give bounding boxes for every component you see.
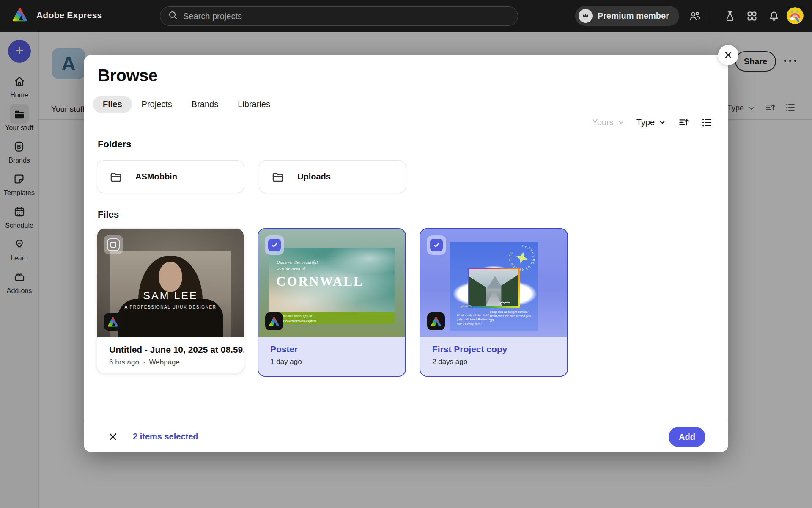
bird-icon — [499, 300, 510, 305]
adobe-express-logo-icon — [12, 7, 28, 23]
search-bar[interactable] — [160, 6, 518, 26]
inset-photo — [468, 268, 520, 308]
topbar: Adobe Express Premium member — [0, 0, 812, 32]
user-avatar[interactable] — [787, 7, 804, 24]
list-view-icon — [701, 117, 713, 128]
selection-bar: 2 items selected Add — [84, 421, 728, 452]
topbar-divider — [709, 10, 709, 22]
labs-flask-icon[interactable] — [721, 8, 738, 25]
folder-name: Uploads — [297, 172, 331, 182]
chevron-down-icon — [658, 119, 666, 126]
check-icon — [433, 241, 440, 249]
express-logo-icon — [427, 312, 445, 330]
adobe-express-screen: Adobe Express Premium member — [0, 0, 812, 508]
app-name: Adobe Express — [36, 10, 102, 20]
apps-grid-icon[interactable] — [743, 8, 760, 25]
premium-label: Premium member — [598, 11, 669, 21]
file-meta: 1 day ago — [270, 358, 393, 366]
file-checkbox-checked[interactable] — [427, 235, 446, 255]
folder-icon — [270, 169, 285, 185]
file-title: Untitled - June 10, 2025 at 08.59.59 — [109, 345, 232, 355]
file-meta: 6 hrs ago·Webpage — [109, 358, 232, 367]
file-thumbnail: Discover the beautiful seaside town of C… — [258, 229, 405, 337]
folder-icon — [108, 169, 123, 185]
search-input[interactable] — [183, 11, 513, 21]
file-card-untitled-webpage[interactable]: SAM LEE A PROFESSIONAL UI/UX DESIGNER Un… — [97, 228, 244, 373]
file-card-first-project-copy[interactable]: FEATHERS BENEATH THE What shade of blue … — [420, 228, 568, 377]
folders-row: ASMobbin Uploads — [97, 160, 406, 193]
clear-selection-button[interactable] — [107, 431, 119, 443]
file-thumbnail: SAM LEE A PROFESSIONAL UI/UX DESIGNER — [97, 229, 244, 337]
close-icon — [724, 51, 732, 59]
add-button[interactable]: Add — [669, 427, 705, 447]
sort-icon — [678, 117, 689, 128]
search-icon — [168, 10, 178, 22]
file-checkbox-checked[interactable] — [265, 235, 284, 255]
file-checkbox-unchecked[interactable] — [104, 235, 123, 254]
modal-controls: Yours Type — [592, 114, 713, 130]
file-thumbnail: FEATHERS BENEATH THE What shade of blue … — [420, 229, 567, 337]
close-modal-button[interactable] — [718, 45, 738, 65]
close-icon — [108, 432, 118, 442]
modal-tabs: Files Projects Brands Libraries — [93, 96, 280, 113]
share-people-icon[interactable] — [686, 8, 703, 25]
bird-icon — [460, 304, 473, 309]
tab-files[interactable]: Files — [93, 96, 132, 113]
list-view-button[interactable] — [701, 117, 713, 128]
type-filter-dropdown[interactable]: Type — [636, 118, 666, 127]
tab-projects[interactable]: Projects — [132, 96, 182, 113]
crown-icon — [579, 9, 593, 23]
notifications-bell-icon[interactable] — [765, 8, 782, 25]
file-card-poster[interactable]: Discover the beautiful seaside town of C… — [258, 228, 406, 377]
folders-heading: Folders — [98, 139, 131, 150]
tab-brands[interactable]: Brands — [182, 96, 228, 113]
folder-name: ASMobbin — [135, 172, 177, 182]
modal-title: Browse — [98, 66, 158, 85]
file-meta: 2 days ago — [432, 358, 555, 366]
selection-count-label: 2 items selected — [133, 432, 198, 442]
folder-card-asmobbin[interactable]: ASMobbin — [97, 160, 244, 193]
files-heading: Files — [98, 209, 119, 220]
files-row: SAM LEE A PROFESSIONAL UI/UX DESIGNER Un… — [97, 228, 568, 377]
express-logo-icon — [104, 313, 122, 331]
poster-footer-strip: More info and travel tips on www.discove… — [269, 312, 395, 324]
tab-libraries[interactable]: Libraries — [228, 96, 280, 113]
owner-filter-dropdown[interactable]: Yours — [592, 118, 624, 127]
brand: Adobe Express — [12, 7, 102, 23]
browse-modal: Browse Files Projects Brands Libraries Y… — [84, 55, 728, 452]
check-icon — [271, 241, 278, 249]
folder-card-uploads[interactable]: Uploads — [259, 160, 406, 193]
chevron-down-icon — [617, 119, 625, 126]
premium-member-badge[interactable]: Premium member — [575, 6, 679, 26]
file-title: Poster — [270, 344, 393, 354]
sort-button[interactable] — [678, 117, 689, 128]
file-title: First Project copy — [432, 344, 555, 354]
express-logo-icon — [265, 312, 283, 330]
